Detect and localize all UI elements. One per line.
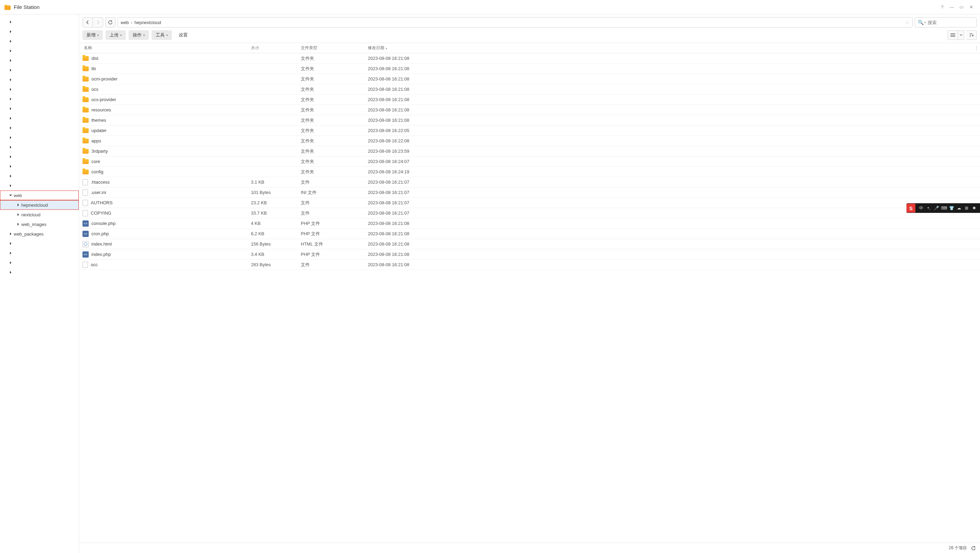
- chevron-right-icon[interactable]: [16, 212, 21, 217]
- file-row[interactable]: index.html156 BytesHTML 文件2023-08-08 16:…: [79, 239, 980, 249]
- ime-skin-icon[interactable]: 👕: [948, 206, 955, 210]
- new-button[interactable]: 新增▾: [83, 30, 103, 40]
- minimize-button[interactable]: —: [947, 2, 957, 12]
- chevron-right-icon[interactable]: [8, 106, 13, 111]
- tree-node-placeholder[interactable]: _: [0, 248, 79, 258]
- file-row[interactable]: dist文件夹2023-08-08 16:21:08: [79, 53, 980, 64]
- file-row[interactable]: core文件夹2023-08-08 16:24:07: [79, 156, 980, 167]
- file-row[interactable]: ocs-provider文件夹2023-08-08 16:21:08: [79, 94, 980, 105]
- search-input[interactable]: [928, 20, 980, 25]
- nav-back-button[interactable]: [83, 17, 93, 27]
- tree-node-placeholder[interactable]: _: [0, 123, 79, 133]
- column-header-type[interactable]: 文件类型: [301, 45, 368, 51]
- close-button[interactable]: ✕: [966, 2, 976, 12]
- chevron-down-icon[interactable]: [8, 193, 13, 198]
- tree-node-placeholder[interactable]: _: [0, 162, 79, 171]
- tree-node-placeholder[interactable]: _: [0, 181, 79, 191]
- file-row[interactable]: <>console.php4 KBPHP 文件2023-08-08 16:21:…: [79, 218, 980, 229]
- column-menu-icon[interactable]: ⋮: [973, 46, 980, 51]
- chevron-right-icon[interactable]: [16, 202, 21, 207]
- file-row[interactable]: .user.ini101 BytesINI 文件2023-08-08 16:21…: [79, 187, 980, 198]
- chevron-right-icon[interactable]: [8, 231, 13, 236]
- file-row[interactable]: lib文件夹2023-08-08 16:21:08: [79, 64, 980, 74]
- chevron-right-icon[interactable]: [8, 241, 13, 246]
- file-row[interactable]: resources文件夹2023-08-08 16:21:08: [79, 105, 980, 115]
- settings-button[interactable]: 设置: [175, 30, 192, 40]
- favorite-star-icon[interactable]: ☆: [905, 19, 910, 26]
- ime-lang[interactable]: 中: [918, 205, 925, 211]
- tree-node[interactable]: nextcloud: [0, 210, 79, 220]
- ime-keyboard-icon[interactable]: ⌨: [940, 206, 948, 210]
- tree-node-placeholder[interactable]: _: [0, 133, 79, 142]
- breadcrumb-bar[interactable]: web › hepnextcloud ☆: [118, 17, 913, 27]
- breadcrumb-part[interactable]: hepnextcloud: [134, 20, 161, 25]
- view-mode-toggle[interactable]: [948, 30, 964, 40]
- chevron-right-icon[interactable]: [8, 68, 13, 73]
- chevron-right-icon[interactable]: [8, 174, 13, 178]
- file-row[interactable]: COPYING33.7 KB文件2023-08-08 16:21:07: [79, 208, 980, 218]
- column-header-date[interactable]: 修改日期▴: [368, 45, 973, 51]
- chevron-right-icon[interactable]: [8, 126, 13, 130]
- ime-mic-icon[interactable]: 🎤: [932, 206, 940, 210]
- column-header-size[interactable]: 大小: [251, 45, 301, 51]
- file-row[interactable]: config文件夹2023-08-08 16:24:19: [79, 167, 980, 177]
- chevron-right-icon[interactable]: [8, 135, 13, 140]
- ime-settings-icon[interactable]: ✱: [970, 206, 978, 210]
- tree-node-placeholder[interactable]: _: [0, 27, 79, 37]
- tree-node-placeholder[interactable]: _: [0, 113, 79, 123]
- search-box[interactable]: 🔍 ▾: [915, 17, 977, 27]
- tree-node-placeholder[interactable]: _: [0, 239, 79, 248]
- sort-button[interactable]: [966, 30, 977, 40]
- action-button[interactable]: 操作▾: [129, 30, 149, 40]
- chevron-right-icon[interactable]: [8, 183, 13, 188]
- file-row[interactable]: ocs文件夹2023-08-08 16:21:08: [79, 84, 980, 94]
- tree-node-placeholder[interactable]: _: [0, 171, 79, 181]
- ime-punct-icon[interactable]: •,: [925, 206, 932, 210]
- chevron-right-icon[interactable]: [8, 270, 13, 275]
- file-list[interactable]: dist文件夹2023-08-08 16:21:08lib文件夹2023-08-…: [79, 53, 980, 543]
- tree-node-placeholder[interactable]: _: [0, 94, 79, 104]
- ime-grid-icon[interactable]: ⊞: [963, 206, 970, 210]
- help-button[interactable]: ?: [937, 2, 947, 12]
- tree-node-placeholder[interactable]: _: [0, 258, 79, 268]
- tree-node-placeholder[interactable]: _: [0, 75, 79, 84]
- file-row[interactable]: apps文件夹2023-08-08 16:22:08: [79, 136, 980, 146]
- chevron-right-icon[interactable]: [8, 251, 13, 255]
- chevron-right-icon[interactable]: [8, 260, 13, 265]
- tree-node-placeholder[interactable]: _: [0, 152, 79, 162]
- file-list-header[interactable]: 名称 大小 文件类型 修改日期▴ ⋮: [79, 43, 980, 53]
- chevron-right-icon[interactable]: [8, 39, 13, 44]
- file-row[interactable]: ocm-provider文件夹2023-08-08 16:21:08: [79, 74, 980, 84]
- tree-node-placeholder[interactable]: _: [0, 37, 79, 46]
- file-row[interactable]: occ283 Bytes文件2023-08-08 16:21:08: [79, 260, 980, 270]
- chevron-right-icon[interactable]: [8, 48, 13, 53]
- tree-node[interactable]: hepnextcloud: [0, 200, 79, 210]
- search-dropdown-icon[interactable]: ▾: [924, 21, 926, 24]
- chevron-right-icon[interactable]: [8, 97, 13, 102]
- chevron-right-icon[interactable]: [8, 29, 13, 34]
- ime-toolbar[interactable]: S 中 •, 🎤 ⌨ 👕 ☁ ⊞ ✱: [907, 203, 980, 213]
- column-header-name[interactable]: 名称: [83, 45, 251, 51]
- ime-cloud-icon[interactable]: ☁: [955, 206, 963, 210]
- chevron-right-icon[interactable]: [8, 145, 13, 150]
- chevron-right-icon[interactable]: [8, 87, 13, 92]
- tree-node-placeholder[interactable]: _: [0, 104, 79, 113]
- maximize-button[interactable]: ▭: [957, 2, 966, 12]
- file-row[interactable]: themes文件夹2023-08-08 16:21:08: [79, 115, 980, 126]
- tree-node[interactable]: web_packages: [0, 229, 79, 239]
- tree-node-placeholder[interactable]: _: [0, 84, 79, 94]
- tree-node-placeholder[interactable]: _: [0, 46, 79, 56]
- chevron-right-icon[interactable]: [8, 116, 13, 121]
- file-row[interactable]: <>index.php3.4 KBPHP 文件2023-08-08 16:21:…: [79, 249, 980, 260]
- reload-button[interactable]: [105, 17, 116, 27]
- folder-tree[interactable]: __________________webhepnextcloudnextclo…: [0, 14, 79, 553]
- file-row[interactable]: AUTHORS23.2 KB文件2023-08-08 16:21:07: [79, 198, 980, 208]
- sogou-icon[interactable]: S: [907, 204, 915, 212]
- tree-node-placeholder[interactable]: _: [0, 17, 79, 27]
- tree-node-placeholder[interactable]: _: [0, 56, 79, 65]
- file-row[interactable]: <>cron.php6.2 KBPHP 文件2023-08-08 16:21:0…: [79, 229, 980, 239]
- list-view-icon[interactable]: [948, 30, 958, 40]
- refresh-icon[interactable]: [971, 546, 976, 551]
- chevron-right-icon[interactable]: [8, 58, 13, 63]
- chevron-right-icon[interactable]: [8, 155, 13, 159]
